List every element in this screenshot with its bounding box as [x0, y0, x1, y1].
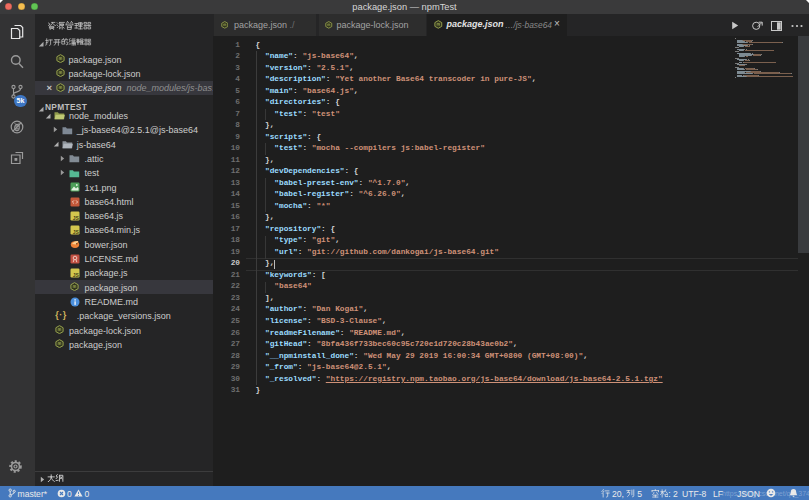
- svg-text:JS: JS: [73, 272, 80, 278]
- svg-text:JS: JS: [73, 215, 80, 221]
- svg-text:JS: JS: [73, 229, 80, 235]
